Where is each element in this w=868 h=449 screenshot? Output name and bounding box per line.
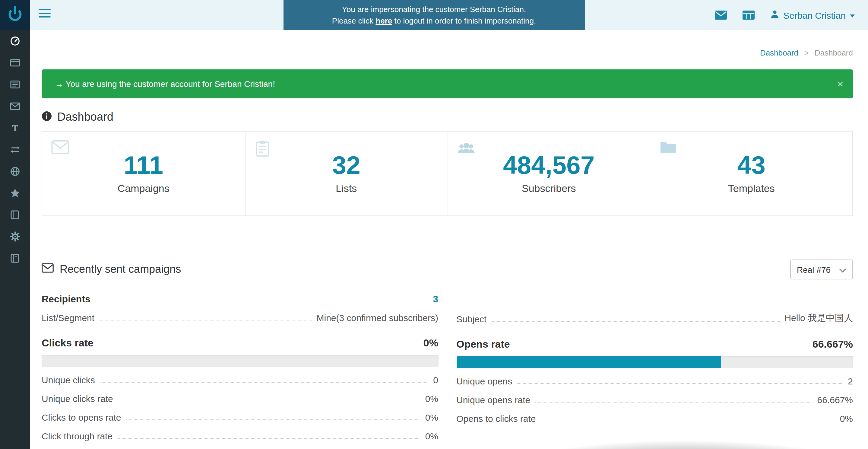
stat-label: Lists (336, 183, 357, 195)
sidebar-item-globe[interactable] (0, 160, 30, 182)
opens-column: Subject Hello 我是中国人 Opens rate 66.667% U… (456, 290, 853, 445)
stat-value: 32 (332, 152, 361, 179)
power-icon (7, 5, 24, 25)
breadcrumb-separator: > (804, 48, 809, 57)
clicks-metrics-list: Unique clicks0 Unique clicks rate0% Clic… (42, 370, 438, 445)
logout-here-link[interactable]: here (375, 16, 392, 25)
sidebar-nav: T (0, 30, 30, 269)
progress-fill (456, 356, 721, 368)
subject-row: Subject Hello 我是中国人 (456, 308, 853, 328)
messages-envelope-icon[interactable] (714, 10, 726, 20)
envelope-icon (10, 101, 21, 112)
stat-label: Templates (728, 183, 775, 195)
users-icon (457, 140, 475, 157)
impersonation-line2: Please click here to logout in order to … (283, 15, 585, 27)
sidebar-item-book[interactable] (0, 204, 30, 226)
clicks-rate-row: Clicks rate 0% (42, 337, 438, 350)
sidebar-item-gear[interactable] (0, 226, 30, 247)
user-menu[interactable]: Serban Cristian (770, 10, 855, 21)
dotted-leader (99, 320, 312, 321)
sidebar-item-notebook[interactable] (0, 247, 30, 269)
metric-row: Clicks to opens rate0% (42, 408, 438, 427)
list-segment-row: List/Segment Mine(3 confirmed subscriber… (42, 308, 438, 327)
stat-campaigns[interactable]: 111 Campaigns (42, 131, 245, 215)
gauge-icon (10, 36, 21, 47)
dotted-leader (535, 402, 812, 402)
stat-value: 43 (737, 152, 766, 179)
globe-icon (10, 166, 21, 177)
metric-row: Unique clicks rate0% (42, 389, 438, 408)
stats-row: 111 Campaigns 32 Lists 484,567 Subscribe… (42, 131, 853, 216)
clipboard-icon (254, 140, 270, 159)
envelope-icon (51, 140, 69, 157)
recipients-value: 3 (433, 294, 438, 305)
notebook-icon (10, 253, 21, 264)
sidebar-item-exchange[interactable] (0, 139, 30, 160)
user-icon (770, 10, 779, 21)
newspaper-icon (10, 79, 21, 90)
stat-value: 484,567 (503, 152, 595, 179)
spacer (456, 290, 853, 308)
impersonation-line1: You are impersonating the customer Serba… (283, 4, 585, 15)
clicks-rate-progressbar (42, 355, 438, 367)
hamburger-menu-icon[interactable] (39, 9, 51, 20)
credit-card-icon (10, 57, 21, 68)
dotted-leader (126, 419, 420, 420)
stat-label: Subscribers (522, 183, 576, 195)
campaign-picker-value: Real #76 (797, 265, 831, 274)
opens-metrics-list: Unique opens2 Unique opens rate66.667% O… (456, 372, 853, 428)
folder-icon (660, 140, 678, 157)
exchange-icon (10, 144, 21, 155)
recipients-row: Recipients 3 (42, 290, 438, 308)
main-content: Dashboard > Dashboard → You are using th… (30, 30, 868, 449)
topbar-actions: Serban Cristian (714, 0, 868, 30)
metric-row: Unique clicks0 (42, 370, 438, 389)
caret-down-icon (850, 14, 855, 17)
campaign-metrics-columns: Recipients 3 List/Segment Mine(3 confirm… (42, 290, 853, 445)
breadcrumb-item-dashboard[interactable]: Dashboard (760, 48, 798, 57)
columns-icon[interactable] (742, 10, 754, 20)
campaign-picker-select[interactable]: Real #76 (790, 260, 853, 279)
stat-subscribers[interactable]: 484,567 Subscribers (447, 131, 650, 215)
stat-lists[interactable]: 32 Lists (245, 131, 447, 215)
clicks-column: Recipients 3 List/Segment Mine(3 confirm… (42, 290, 438, 445)
campaigns-section-header: Recently sent campaigns Real #76 (42, 260, 853, 279)
campaigns-section-title: Recently sent campaigns (42, 263, 181, 276)
envelope-open-icon (42, 263, 54, 276)
page-title: Dashboard (57, 111, 114, 124)
text-icon: T (12, 123, 18, 133)
app-logo[interactable] (0, 0, 30, 30)
sidebar-item-text[interactable]: T (0, 117, 30, 139)
impersonation-banner: You are impersonating the customer Serba… (283, 0, 585, 30)
page-title-row: Dashboard (42, 111, 853, 124)
dotted-leader (100, 382, 429, 383)
close-icon[interactable]: × (837, 79, 843, 89)
breadcrumb: Dashboard > Dashboard (42, 48, 853, 57)
alert-message: → You are using the customer account for… (55, 79, 837, 89)
metric-row: Click through rate0% (42, 427, 438, 445)
metric-row: Unique opens rate66.667% (456, 390, 853, 409)
user-name: Serban Cristian (783, 10, 846, 20)
sidebar-item-envelope[interactable] (0, 95, 30, 117)
sidebar-item-star[interactable] (0, 182, 30, 204)
metric-row: Opens to clicks rate0% (456, 409, 853, 428)
opens-rate-row: Opens rate 66.667% (456, 338, 853, 351)
dotted-leader (540, 421, 835, 421)
sidebar-item-credit-card[interactable] (0, 52, 30, 73)
sidebar-item-dashboard[interactable] (0, 30, 30, 52)
metric-row: Unique opens2 (456, 372, 853, 390)
gear-icon (10, 231, 21, 242)
recipients-label: Recipients (42, 294, 91, 305)
dotted-leader (118, 401, 421, 401)
chevron-down-icon (839, 265, 846, 274)
star-icon (10, 188, 21, 199)
dotted-leader (117, 438, 421, 439)
sidebar: T (0, 0, 30, 449)
stat-label: Campaigns (118, 183, 169, 195)
dotted-leader (517, 383, 843, 384)
app-root: T (0, 0, 868, 449)
sidebar-item-newspaper[interactable] (0, 73, 30, 95)
success-alert: → You are using the customer account for… (42, 69, 853, 98)
stat-templates[interactable]: 43 Templates (650, 131, 852, 215)
info-circle-icon (42, 111, 52, 123)
